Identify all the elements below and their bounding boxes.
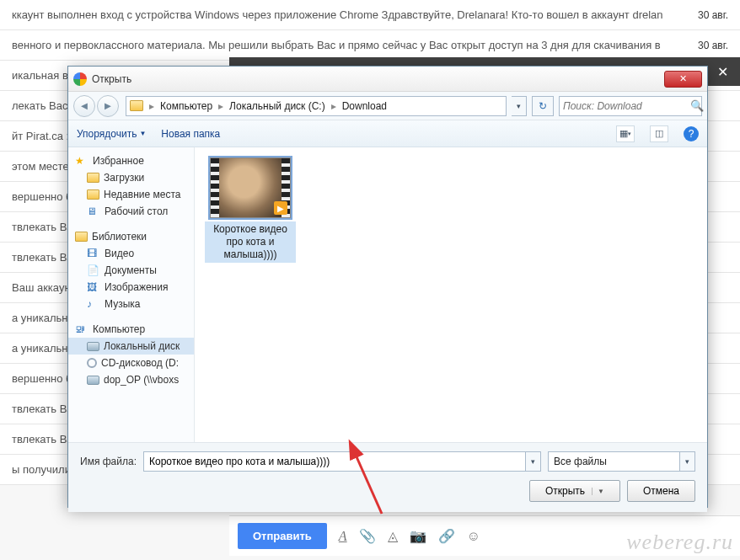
library-icon — [75, 232, 88, 242]
video-thumbnail: ▶ — [210, 157, 291, 218]
image-icon: 🖼 — [87, 281, 100, 293]
tree-local-disk[interactable]: Локальный диск — [68, 338, 194, 355]
organize-menu[interactable]: Упорядочить ▼ — [77, 128, 146, 140]
search-icon[interactable]: 🔍 — [690, 99, 704, 112]
email-row[interactable]: ккаунт выполнен вход с устройства Window… — [0, 0, 740, 30]
view-mode-button[interactable]: ▦ ▾ — [616, 125, 635, 142]
folder-icon — [130, 100, 143, 111]
new-folder-button[interactable]: Новая папка — [161, 128, 220, 140]
dialog-toolbar: Упорядочить ▼ Новая папка ▦ ▾ ◫ ? — [68, 120, 707, 147]
tree-cd-drive[interactable]: CD-дисковод (D: — [68, 355, 194, 371]
tree-favorites[interactable]: ★Избранное — [68, 152, 194, 169]
tree-videos[interactable]: 🎞Видео — [68, 245, 194, 262]
preview-pane-button[interactable]: ◫ — [650, 125, 668, 142]
window-close-button[interactable]: ✕ — [664, 71, 702, 88]
address-dropdown[interactable]: ▾ — [512, 96, 527, 116]
email-row[interactable]: венного и первоклассного материала. Мы р… — [0, 30, 740, 61]
format-icon[interactable]: A — [339, 529, 347, 544]
tree-downloads[interactable]: Загрузки — [68, 169, 194, 186]
document-icon: 📄 — [87, 264, 100, 276]
filename-input[interactable] — [143, 451, 526, 472]
network-icon — [87, 376, 99, 385]
dialog-title: Открыть — [92, 73, 664, 85]
breadcrumb-download[interactable]: Download — [342, 100, 387, 112]
refresh-button[interactable]: ↻ — [532, 96, 554, 116]
tree-network-drive[interactable]: dop_OP (\\vboxs — [68, 371, 194, 388]
file-item[interactable]: ▶ Короткое видео про кота и малыша)))) — [205, 157, 296, 263]
folder-icon — [87, 173, 99, 183]
close-icon[interactable]: ✕ — [711, 61, 733, 83]
attach-icon[interactable]: 📎 — [359, 528, 376, 544]
link-icon[interactable]: 🔗 — [438, 528, 455, 544]
computer-icon: 🖳 — [75, 323, 88, 335]
tree-images[interactable]: 🖼Изображения — [68, 279, 194, 296]
video-icon: 🎞 — [87, 248, 100, 259]
tree-desktop[interactable]: 🖥Рабочий стол — [68, 203, 194, 220]
tree-recent[interactable]: Недавние места — [68, 186, 194, 203]
chrome-icon — [73, 72, 87, 86]
file-open-dialog: Открыть ✕ ◄ ► ▸ Компьютер ▸ Локальный ди… — [67, 66, 708, 508]
search-box[interactable]: 🔍 — [559, 96, 702, 116]
music-icon: ♪ — [87, 298, 100, 310]
tree-documents[interactable]: 📄Документы — [68, 262, 194, 279]
filetype-dropdown[interactable]: ▾ — [680, 451, 695, 472]
address-bar[interactable]: ▸ Компьютер ▸ Локальный диск (C:) ▸ Down… — [126, 96, 507, 116]
dialog-footer: Имя файла: ▾ Все файлы ▾ Открыть▼ Отмена — [68, 442, 707, 512]
help-button[interactable]: ? — [684, 126, 699, 141]
nav-tree: ★Избранное Загрузки Недавние места 🖥Рабо… — [68, 147, 195, 442]
nav-forward-button[interactable]: ► — [97, 95, 119, 117]
search-input[interactable] — [563, 100, 690, 112]
tree-music[interactable]: ♪Музыка — [68, 296, 194, 312]
cancel-button[interactable]: Отмена — [627, 480, 695, 502]
open-button[interactable]: Открыть▼ — [529, 480, 620, 502]
emoji-icon[interactable]: ☺ — [467, 529, 480, 544]
desktop-icon: 🖥 — [87, 205, 100, 217]
nav-row: ◄ ► ▸ Компьютер ▸ Локальный диск (C:) ▸ … — [68, 92, 707, 120]
tree-computer[interactable]: 🖳Компьютер — [68, 321, 194, 338]
nav-back-button[interactable]: ◄ — [73, 95, 95, 117]
file-caption: Короткое видео про кота и малыша)))) — [205, 221, 296, 263]
filetype-filter[interactable]: Все файлы — [548, 451, 680, 472]
file-list[interactable]: ▶ Короткое видео про кота и малыша)))) — [195, 147, 707, 442]
send-button[interactable]: Отправить — [238, 523, 327, 549]
breadcrumb-computer[interactable]: Компьютер — [160, 100, 212, 112]
folder-icon — [87, 189, 99, 200]
disk-icon — [87, 342, 99, 351]
watermark: webereg.ru — [626, 530, 733, 555]
play-icon: ▶ — [274, 201, 287, 215]
filename-dropdown[interactable]: ▾ — [526, 451, 541, 472]
camera-icon[interactable]: 📷 — [410, 528, 426, 544]
drive-icon[interactable]: ◬ — [388, 528, 398, 544]
cd-icon — [87, 358, 97, 368]
dialog-titlebar: Открыть ✕ — [68, 67, 707, 92]
tree-libraries[interactable]: Библиотеки — [68, 228, 194, 245]
breadcrumb-cdrive[interactable]: Локальный диск (C:) — [229, 100, 325, 112]
star-icon: ★ — [75, 155, 88, 167]
filename-label: Имя файла: — [80, 456, 137, 467]
